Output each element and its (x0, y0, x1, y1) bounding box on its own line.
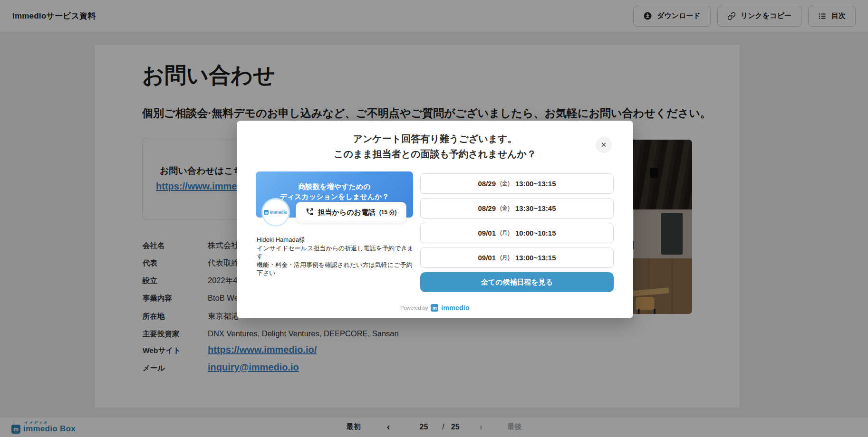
time-slot-button[interactable]: 09/01 (月) 10:00~10:15 (420, 223, 614, 243)
avatar: m immedio (263, 200, 289, 225)
slot-weekday: (金) (500, 180, 510, 188)
phone-icon (305, 208, 314, 218)
slot-date: 08/29 (478, 204, 496, 212)
powered-by-brand: immedio (441, 304, 470, 312)
modal-title: アンケート回答有り難うございます。 このまま担当者との面談も予約されませんか？ (237, 131, 633, 162)
greeting-name: Hideki Hamada様 (257, 236, 415, 244)
immedio-logo-icon: m (431, 304, 438, 312)
close-icon[interactable]: ✕ (596, 137, 612, 153)
phone-button-duration: (15 分) (379, 209, 397, 217)
greeting-text: Hideki Hamada様 インサイドセールス担当からの折返し電話を予約できま… (257, 236, 415, 277)
slot-time: 13:00~13:15 (515, 254, 556, 262)
time-slot-button[interactable]: 09/01 (月) 13:00~13:15 (420, 247, 614, 268)
booking-modal: ✕ アンケート回答有り難うございます。 このまま担当者との面談も予約されませんか… (237, 121, 633, 318)
widget-card-text: 商談数を増やすための ディスカッションをしませんか？ (256, 171, 413, 201)
slot-time: 13:00~13:15 (515, 180, 556, 188)
powered-by[interactable]: Powered by m immedio (237, 304, 633, 312)
modal-title-line1: アンケート回答有り難うございます。 (237, 131, 633, 146)
view-all-slots-button[interactable]: 全ての候補日程を見る (420, 272, 614, 292)
slot-time: 10:00~10:15 (515, 229, 556, 237)
slot-date: 09/01 (478, 229, 496, 237)
modal-title-line2: このまま担当者との面談も予約されませんか？ (237, 146, 633, 162)
greeting-line2: 機能・料金・活用事例を確認されたい方は気軽にご予約下さい (257, 261, 415, 277)
widget-preview: 商談数を増やすための ディスカッションをしませんか？ m immedio 担当か… (256, 171, 413, 218)
immedio-logo-icon: m (264, 210, 269, 215)
phone-button-label: 担当からのお電話 (318, 208, 375, 217)
avatar-brand: immedio (270, 210, 287, 215)
slot-weekday: (月) (500, 229, 510, 237)
powered-by-label: Powered by (400, 305, 428, 311)
time-slot-button[interactable]: 08/29 (金) 13:30~13:45 (420, 198, 614, 218)
slot-weekday: (月) (500, 254, 510, 262)
time-slot-button[interactable]: 08/29 (金) 13:00~13:15 (420, 173, 614, 194)
slot-list: 08/29 (金) 13:00~13:15 08/29 (金) 13:30~13… (420, 173, 614, 292)
widget-card-line1: 商談数を増やすための (256, 181, 413, 191)
slot-date: 09/01 (478, 254, 496, 262)
slot-date: 08/29 (478, 180, 496, 188)
greeting-line1: インサイドセールス担当からの折返し電話を予約できます (257, 244, 415, 261)
phone-call-button[interactable]: 担当からのお電話 (15 分) (296, 202, 406, 223)
slot-time: 13:30~13:45 (515, 204, 556, 212)
slot-weekday: (金) (500, 204, 510, 212)
